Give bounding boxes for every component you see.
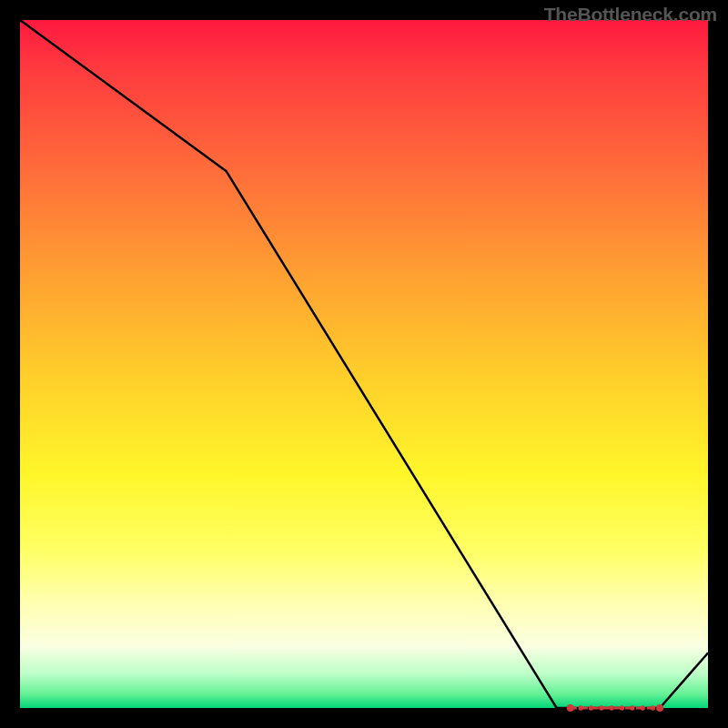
plot-gradient-area (20, 20, 708, 708)
watermark-text: TheBottleneck.com (544, 4, 717, 25)
chart-container: TheBottleneck.com (0, 0, 728, 728)
